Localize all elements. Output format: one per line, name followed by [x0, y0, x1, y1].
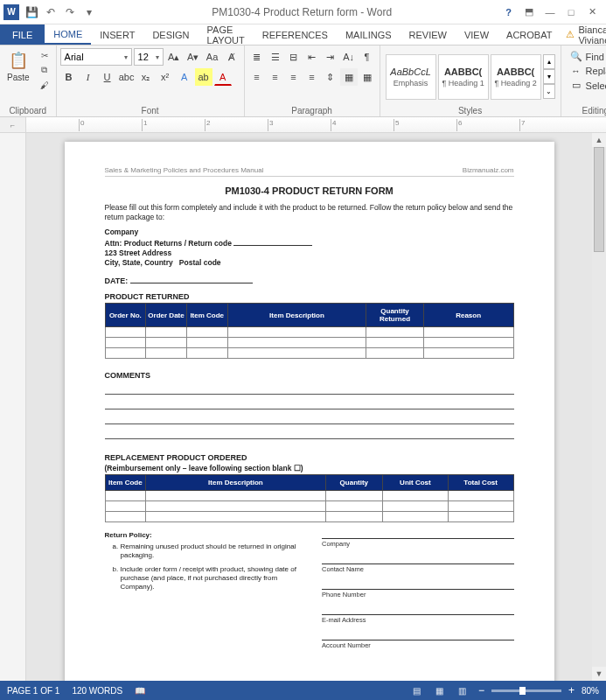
format-painter-icon[interactable]: 🖌 — [37, 78, 52, 92]
shading-icon[interactable]: ▦ — [340, 68, 358, 86]
zoom-level[interactable]: 80% — [582, 686, 599, 696]
ruler-corner[interactable]: ⌐ — [0, 117, 26, 132]
font-color-icon[interactable]: A — [214, 68, 232, 86]
style-box[interactable]: AaBbCcLEmphasis — [386, 54, 436, 100]
highlight-icon[interactable]: ab — [195, 68, 212, 86]
tab-home[interactable]: HOME — [45, 24, 91, 45]
scroll-thumb[interactable] — [594, 147, 604, 252]
vertical-ruler[interactable] — [0, 133, 26, 681]
align-center-icon[interactable]: ≡ — [267, 68, 284, 86]
text-effects-icon[interactable]: A — [176, 68, 193, 86]
tab-page-layout[interactable]: PAGE LAYOUT — [199, 24, 254, 45]
policy-title: Return Policy: — [105, 531, 306, 539]
italic-button[interactable]: I — [80, 68, 97, 86]
scroll-track[interactable] — [592, 147, 606, 667]
font-name-combo[interactable]: Arial▾ — [60, 48, 132, 66]
grow-font-icon[interactable]: A▴ — [165, 48, 183, 66]
sort-icon[interactable]: A↓ — [340, 48, 358, 66]
subscript-button[interactable]: x₂ — [137, 68, 155, 86]
bold-button[interactable]: B — [60, 68, 78, 86]
read-mode-icon[interactable]: ▤ — [408, 683, 426, 697]
styles-more-icon[interactable]: ⌄ — [543, 84, 555, 99]
bullets-icon[interactable]: ≣ — [248, 48, 266, 66]
status-words[interactable]: 120 WORDS — [72, 686, 122, 696]
numbering-icon[interactable]: ☰ — [267, 48, 284, 66]
justify-icon[interactable]: ≡ — [303, 68, 321, 86]
status-page[interactable]: PAGE 1 OF 1 — [7, 686, 59, 696]
align-right-icon[interactable]: ≡ — [285, 68, 303, 86]
superscript-button[interactable]: x² — [157, 68, 174, 86]
font-size-combo[interactable]: 12▾ — [134, 48, 164, 66]
shrink-font-icon[interactable]: A▾ — [185, 48, 202, 66]
tab-file[interactable]: FILE — [0, 24, 45, 45]
scroll-down-icon[interactable]: ▼ — [592, 667, 606, 681]
doc-header-right: Bizmanualz.com — [463, 166, 514, 174]
tab-mailings[interactable]: MAILINGS — [337, 24, 401, 45]
web-layout-icon[interactable]: ▥ — [454, 683, 471, 697]
decrease-indent-icon[interactable]: ⇤ — [303, 48, 321, 66]
strikethrough-button[interactable]: abc — [118, 68, 136, 86]
window-title: PM1030-4 Product Return form - Word — [98, 6, 505, 18]
redo-icon[interactable]: ↷ — [61, 4, 79, 21]
show-marks-icon[interactable]: ¶ — [359, 48, 376, 66]
quick-access-toolbar: 💾 ↶ ↷ ▾ — [23, 4, 98, 21]
find-icon: 🔍 — [570, 51, 582, 62]
document-page[interactable]: Sales & Marketing Policies and Procedure… — [65, 142, 554, 681]
addr-postal: Postal code — [179, 258, 221, 267]
styles-scroll-down-icon[interactable]: ▾ — [543, 69, 555, 84]
replace-button[interactable]: ↔Replace — [567, 65, 606, 77]
align-left-icon[interactable]: ≡ — [248, 68, 266, 86]
zoom-in-button[interactable]: + — [567, 684, 576, 696]
window-controls: ? ⬒ — □ ✕ — [505, 4, 603, 21]
qat-customize-icon[interactable]: ▾ — [80, 4, 98, 21]
group-clipboard: 📋 Paste ✂ ⧉ 🖌 Clipboard — [0, 46, 57, 116]
styles-scroll-up-icon[interactable]: ▴ — [543, 54, 555, 69]
section-replacement-sub: (Reimbursement only – leave following se… — [105, 464, 514, 472]
page-scroll-area[interactable]: Sales & Marketing Policies and Procedure… — [26, 133, 592, 681]
tab-insert[interactable]: INSERT — [91, 24, 143, 45]
ribbon-display-icon[interactable]: ⬒ — [519, 4, 540, 21]
tab-design[interactable]: DESIGN — [143, 24, 198, 45]
increase-indent-icon[interactable]: ⇥ — [322, 48, 339, 66]
zoom-out-button[interactable]: − — [477, 684, 486, 696]
print-layout-icon[interactable]: ▦ — [431, 683, 449, 697]
cut-icon[interactable]: ✂ — [37, 48, 52, 62]
group-editing: 🔍Find ▾ ↔Replace ▭Select ▾ Editing — [561, 46, 606, 116]
group-label-clipboard: Clipboard — [3, 105, 52, 116]
paste-button[interactable]: 📋 Paste — [3, 48, 33, 84]
ruler-area: ⌐ 01234567 — [0, 117, 606, 133]
user-area[interactable]: ⚠ Bianca Viviano 👤 — [561, 24, 606, 45]
style-box[interactable]: AABBC(¶ Heading 1 — [438, 54, 489, 100]
scroll-up-icon[interactable]: ▲ — [592, 133, 606, 147]
chevron-down-icon: ▾ — [156, 53, 159, 61]
borders-icon[interactable]: ▦ — [359, 68, 376, 86]
copy-icon[interactable]: ⧉ — [37, 63, 52, 77]
select-button[interactable]: ▭Select ▾ — [567, 79, 606, 92]
tab-acrobat[interactable]: ACROBAT — [498, 24, 561, 45]
change-case-icon[interactable]: Aa — [204, 48, 221, 66]
line-spacing-icon[interactable]: ⇕ — [322, 68, 339, 86]
save-icon[interactable]: 💾 — [23, 4, 40, 21]
section-product-returned: PRODUCT RETURNED — [105, 292, 514, 301]
tab-review[interactable]: REVIEW — [401, 24, 456, 45]
close-icon[interactable]: ✕ — [582, 4, 603, 21]
tab-references[interactable]: REFERENCES — [254, 24, 337, 45]
clear-formatting-icon[interactable]: A̸ — [223, 48, 240, 66]
minimize-icon[interactable]: — — [540, 4, 561, 21]
find-button[interactable]: 🔍Find ▾ — [567, 50, 606, 63]
underline-button[interactable]: U — [99, 68, 116, 86]
ribbon-tabs: FILE HOME INSERT DESIGN PAGE LAYOUT REFE… — [0, 24, 606, 46]
multilevel-list-icon[interactable]: ⊟ — [285, 48, 303, 66]
paste-label: Paste — [7, 73, 30, 82]
restore-icon[interactable]: □ — [561, 4, 582, 21]
help-icon[interactable]: ? — [505, 7, 512, 18]
undo-icon[interactable]: ↶ — [42, 4, 59, 21]
zoom-slider[interactable] — [491, 690, 561, 692]
vertical-scrollbar[interactable]: ▲ ▼ — [592, 133, 606, 681]
proofing-icon[interactable]: 📖 — [135, 686, 145, 696]
tab-view[interactable]: VIEW — [456, 24, 498, 45]
zoom-slider-knob[interactable] — [519, 687, 526, 695]
policy-text: Return Policy: Remaining unused product … — [105, 531, 306, 658]
horizontal-ruler[interactable]: 01234567 — [26, 117, 606, 132]
style-box[interactable]: AABBC(¶ Heading 2 — [491, 54, 541, 100]
